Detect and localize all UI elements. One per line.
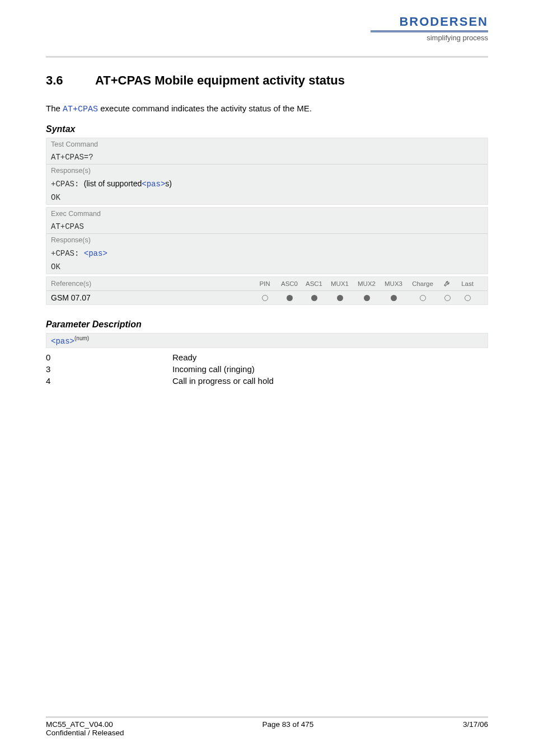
dot-charge (420, 295, 426, 301)
exec-command-label: Exec Command (46, 208, 488, 220)
dot-asc1 (311, 295, 317, 301)
test-command-block: Test Command AT+CPAS=? Response(s) +CPAS… (46, 138, 488, 205)
col-charge: Charge (412, 280, 433, 287)
wrench-icon (443, 279, 451, 288)
reference-label: Reference(s) (51, 280, 252, 288)
reference-block: Reference(s) PIN ASC0 ASC1 MUX1 MUX2 MUX… (46, 276, 488, 305)
test-response-ok: OK (46, 191, 488, 204)
param-val: Ready (172, 351, 488, 363)
test-response-label: Response(s) (46, 164, 488, 177)
param-name: <pas> (51, 337, 74, 346)
exec-command-block: Exec Command AT+CPAS Response(s) +CPAS: … (46, 207, 488, 274)
footer-doc-id: MC55_ATC_V04.00 (46, 720, 113, 729)
footer-page: Page 83 of 475 (263, 720, 314, 729)
col-pin: PIN (259, 280, 270, 287)
param-table: 0 Ready 3 Incoming call (ringing) 4 Call… (46, 351, 488, 387)
test-command-value: AT+CPAS=? (46, 151, 488, 164)
dot-last (465, 295, 471, 301)
param-heading: Parameter Description (46, 320, 488, 330)
footer-date: 3/17/06 (463, 720, 488, 729)
reference-value-row: GSM 07.07 (46, 290, 488, 304)
footer-classification: Confidential / Released (46, 729, 488, 737)
col-last: Last (461, 280, 474, 287)
col-mux3: MUX3 (385, 280, 402, 287)
param-name-row: <pas>(num) (46, 333, 488, 348)
brand-tagline: simplifying process (371, 34, 488, 42)
intro-command: AT+CPAS (63, 105, 98, 114)
reference-dots (252, 295, 483, 301)
header-divider (46, 56, 488, 58)
dot-mux1 (337, 295, 343, 301)
footer-divider (46, 716, 488, 718)
param-key: 4 (46, 375, 172, 387)
col-mux2: MUX2 (358, 280, 376, 287)
dot-pin (262, 295, 268, 301)
param-key: 0 (46, 351, 172, 363)
col-asc0: ASC0 (281, 280, 298, 287)
section-title: AT+CPAS Mobile equipment activity status (95, 73, 345, 87)
page-footer: MC55_ATC_V04.00 Page 83 of 475 3/17/06 C… (46, 716, 488, 737)
col-mux1: MUX1 (331, 280, 349, 287)
dot-asc0 (287, 295, 293, 301)
param-sup: (num) (74, 335, 89, 341)
param-val: Incoming call (ringing) (172, 363, 488, 375)
brand-name: BRODERSEN (371, 16, 488, 28)
dot-wrench (444, 295, 451, 301)
reference-header-row: Reference(s) PIN ASC0 ASC1 MUX1 MUX2 MUX… (46, 277, 488, 290)
section-heading: 3.6AT+CPAS Mobile equipment activity sta… (46, 73, 488, 88)
dot-mux2 (364, 295, 370, 301)
param-row: 3 Incoming call (ringing) (46, 363, 488, 375)
brand-rule (371, 30, 488, 32)
brand-logo: BRODERSEN simplifying process (371, 16, 488, 42)
dot-mux3 (391, 295, 397, 301)
test-response-line: +CPAS: (list of supported<pas>s) (46, 177, 488, 191)
section-number: 3.6 (46, 73, 95, 88)
exec-command-value: AT+CPAS (46, 220, 488, 233)
test-command-label: Test Command (46, 138, 488, 151)
param-val: Call in progress or call hold (172, 375, 488, 387)
exec-response-ok: OK (46, 260, 488, 274)
test-response-param: <pas> (142, 180, 165, 189)
exec-response-line: +CPAS: <pas> (46, 246, 488, 260)
param-key: 3 (46, 363, 172, 375)
exec-response-label: Response(s) (46, 233, 488, 246)
syntax-heading: Syntax (46, 124, 488, 134)
param-row: 4 Call in progress or call hold (46, 375, 488, 387)
reference-value: GSM 07.07 (51, 293, 252, 302)
reference-columns: PIN ASC0 ASC1 MUX1 MUX2 MUX3 Charge Last (252, 279, 483, 288)
col-asc1: ASC1 (306, 280, 322, 287)
intro-text: The AT+CPAS execute command indicates th… (46, 104, 488, 114)
param-row: 0 Ready (46, 351, 488, 363)
exec-response-param: <pas> (84, 249, 107, 258)
